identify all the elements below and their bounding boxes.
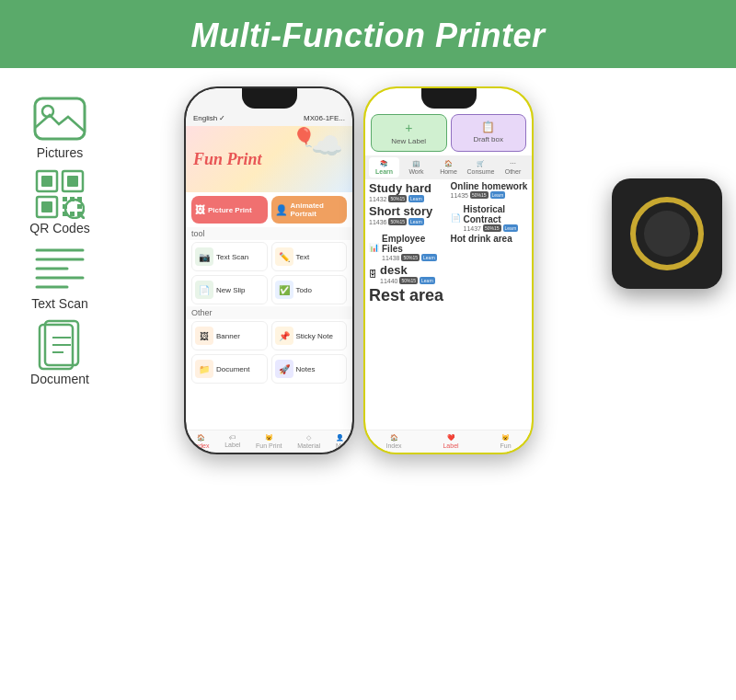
menu-document[interactable]: 📁 Document [191, 354, 268, 384]
nav-label[interactable]: 🏷 Label [224, 434, 240, 449]
nav-material[interactable]: ◇ Material [297, 434, 320, 449]
tab-home-icon: 🏠 [444, 160, 453, 167]
menu-text-label: Text [296, 253, 310, 261]
label-employee-files[interactable]: 📊 Employee Files 11438 50%15 Learn [369, 234, 447, 261]
phone1-other-section: Other [186, 306, 352, 319]
label-row-4: 🗄 desk 11440 50%15 Learn [369, 263, 528, 284]
nav-fun-print[interactable]: 😺 Fun Print [256, 434, 282, 449]
menu-todo[interactable]: ✅ Todo [271, 275, 348, 304]
nav-me-icon: 👤 [336, 434, 344, 442]
tab-consume-icon: 🛒 [477, 160, 485, 167]
label-historical[interactable]: 📄 Historical Contract 11437 50%15 Learn [451, 204, 529, 232]
menu-new-slip[interactable]: 📄 New Slip [191, 275, 268, 304]
svg-rect-0 [35, 98, 85, 139]
svg-line-17 [81, 215, 85, 219]
label-short-story[interactable]: Short story 11436 50%15 Learn [369, 204, 447, 225]
phone1-bottom-nav: 🏠 Index 🏷 Label 😺 Fun Print ◇ Material [186, 430, 352, 453]
picture-print-btn[interactable]: 🖼 Picture Print [191, 196, 268, 224]
tab-other-icon: ⋯ [510, 160, 516, 167]
desk-title: desk [380, 263, 435, 277]
hot-drink-title: Hot drink area [451, 234, 529, 244]
menu-sticky-note[interactable]: 📌 Sticky Note [271, 321, 348, 350]
document-icon [32, 322, 87, 368]
nav-index[interactable]: 🏠 Index [193, 434, 209, 449]
svg-rect-7 [41, 201, 52, 212]
label-desk[interactable]: 🗄 desk 11440 50%15 Learn [369, 263, 447, 284]
feature-pictures: Pictures [32, 96, 87, 160]
historical-id: 11437 50%15 Learn [464, 224, 529, 232]
sticky-note-menu-icon: 📌 [275, 327, 293, 345]
phone2-notch [421, 88, 477, 109]
nav-index-icon: 🏠 [197, 434, 205, 442]
historical-title: Historical Contract [464, 204, 529, 224]
new-label-btn[interactable]: + New Label [371, 114, 447, 152]
menu-sticky-note-label: Sticky Note [296, 332, 333, 340]
printer-inner [644, 211, 690, 257]
short-story-badge1: 50%15 [388, 218, 407, 225]
feature-document-label: Document [30, 372, 89, 386]
banner-menu-icon: 🖼 [195, 327, 213, 345]
phone1-menu-row3: 🖼 Banner 📌 Sticky Note [186, 319, 352, 352]
nav-me-label: Me [336, 442, 345, 449]
label-hot-drink[interactable]: Hot drink area [451, 234, 529, 244]
svg-rect-14 [70, 212, 75, 216]
short-story-badge2: Learn [408, 218, 424, 225]
menu-notes-label: Notes [296, 365, 316, 373]
tab-home[interactable]: 🏠 Home [433, 157, 464, 178]
nav-material-label: Material [297, 442, 320, 449]
desk-badge2: Learn [420, 277, 435, 284]
study-hard-badge1: 50%15 [388, 195, 407, 202]
bottom-features: Website Banner Print ✏ Notes [0, 694, 736, 700]
phone1-menu-row1: 📷 Text Scan ✏️ Text [186, 240, 352, 273]
fun-print-title: Fun Print [193, 150, 262, 169]
phone2: + New Label 📋 Draft box 📚 Learn [363, 86, 534, 454]
p2-nav-index[interactable]: 🏠 Index [385, 434, 401, 449]
text-scan-icon [32, 247, 87, 293]
svg-rect-8 [63, 197, 67, 201]
label-study-hard[interactable]: Study hard 11432 50%15 Learn [369, 181, 447, 202]
menu-notes[interactable]: 🚀 Notes [271, 354, 348, 384]
draft-box-btn[interactable]: 📋 Draft box [451, 114, 527, 152]
phone2-label-grid: Study hard 11432 50%15 Learn Online home… [365, 179, 532, 307]
nav-fun-print-label: Fun Print [256, 442, 282, 449]
label-row-3: 📊 Employee Files 11438 50%15 Learn [369, 234, 528, 261]
feature-qr-codes: QR Codes [29, 171, 89, 235]
menu-text-scan[interactable]: 📷 Text Scan [191, 242, 268, 271]
nav-label-label: Label [224, 442, 240, 448]
nav-me[interactable]: 👤 Me [336, 434, 345, 449]
cloud-decoration: ☁️ [311, 131, 343, 161]
feature-qr-label: QR Codes [29, 221, 89, 235]
short-story-title: Short story [369, 204, 447, 218]
svg-rect-3 [41, 176, 52, 187]
menu-text[interactable]: ✏️ Text [271, 242, 348, 271]
menu-banner[interactable]: 🖼 Banner [191, 321, 268, 350]
phone1-notch [242, 88, 297, 109]
tab-other[interactable]: ⋯ Other [498, 157, 528, 178]
employee-files-title: Employee Files [382, 234, 447, 254]
online-homework-id: 11435 50%15 Learn [451, 191, 529, 199]
online-homework-title: Online homework [451, 181, 529, 191]
tab-consume[interactable]: 🛒 Consume [466, 157, 496, 178]
label-rest-area-full[interactable]: Rest area [369, 286, 528, 305]
online-hw-badge1: 50%15 [470, 191, 489, 199]
phone2-tabs: 📚 Learn 🏢 Work 🏠 Home 🛒 Consume [365, 155, 532, 179]
emp-badge2: Learn [421, 254, 437, 261]
printer-ring [630, 197, 704, 270]
p2-nav-label[interactable]: ❤️ Label [443, 434, 458, 449]
feature-pictures-label: Pictures [37, 145, 84, 160]
tab-learn[interactable]: 📚 Learn [369, 157, 399, 178]
label-online-homework[interactable]: Online homework 11435 50%15 Learn [451, 181, 529, 199]
phone1-tool-section: tool [186, 227, 352, 240]
main-content: Pictures [0, 68, 736, 694]
tab-work[interactable]: 🏢 Work [401, 157, 431, 178]
label-row-2: Short story 11436 50%15 Learn 📄 [369, 204, 528, 232]
nav-label-icon: 🏷 [229, 434, 236, 441]
phone1-screen: English ✓ MX06-1FE... Fun Print 🎈 ☁️ 🖼 P… [186, 88, 352, 453]
hist-badge1: 50%15 [483, 224, 501, 232]
p2-nav-fun[interactable]: 😺 Fun [500, 434, 511, 449]
animated-portrait-btn[interactable]: 👤 Animated Portrait [271, 196, 348, 224]
new-slip-menu-icon: 📄 [195, 281, 213, 299]
tab-learn-icon: 📚 [380, 160, 388, 167]
features-left-panel: Pictures [9, 86, 110, 685]
study-hard-title: Study hard [369, 181, 447, 195]
